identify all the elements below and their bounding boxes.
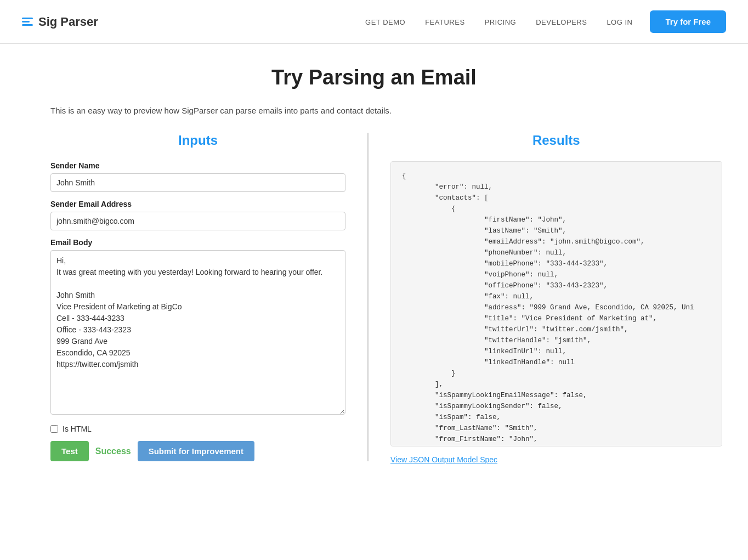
main-content: Try Parsing an Email This is an easy way… <box>29 44 719 497</box>
logo-parser: Parser <box>60 15 98 29</box>
sender-email-input[interactable] <box>50 212 345 230</box>
nav-developers[interactable]: DEVELOPERS <box>536 18 587 26</box>
email-body-label: Email Body <box>50 238 345 247</box>
sender-name-input[interactable] <box>50 173 345 192</box>
columns: Inputs Sender Name Sender Email Address … <box>50 133 698 464</box>
is-html-checkbox[interactable] <box>50 425 58 433</box>
sender-email-group: Sender Email Address <box>50 200 345 230</box>
nav-login[interactable]: LOG IN <box>607 18 632 26</box>
email-body-group: Email Body Hi, It was great meeting with… <box>50 238 345 417</box>
navbar: SigParser GET DEMO FEATURES PRICING DEVE… <box>0 0 748 44</box>
status-badge: Success <box>95 446 131 456</box>
nav-pricing[interactable]: PRICING <box>485 18 517 26</box>
sender-email-label: Sender Email Address <box>50 200 345 208</box>
logo[interactable]: SigParser <box>22 15 98 29</box>
sender-name-label: Sender Name <box>50 161 345 170</box>
logo-sig: Sig <box>38 15 57 29</box>
nav-get-demo[interactable]: GET DEMO <box>365 18 405 26</box>
logo-icon <box>22 18 33 26</box>
sender-name-group: Sender Name <box>50 161 345 192</box>
is-html-row: Is HTML <box>50 425 345 433</box>
results-json-box[interactable]: { "error": null, "contacts": [ { "firstN… <box>390 161 722 446</box>
action-row: Test Success Submit for Improvement <box>50 441 345 461</box>
nav-links: GET DEMO FEATURES PRICING DEVELOPERS LOG… <box>365 17 632 27</box>
inputs-title: Inputs <box>50 133 345 148</box>
nav-features[interactable]: FEATURES <box>425 18 464 26</box>
page-title: Try Parsing an Email <box>50 66 698 89</box>
is-html-label: Is HTML <box>63 425 92 433</box>
email-body-textarea[interactable]: Hi, It was great meeting with you yester… <box>50 250 345 415</box>
test-button[interactable]: Test <box>50 441 89 461</box>
results-column: Results { "error": null, "contacts": [ {… <box>369 133 722 464</box>
try-free-button[interactable]: Try for Free <box>650 10 726 33</box>
results-title: Results <box>390 133 722 148</box>
inputs-column: Inputs Sender Name Sender Email Address … <box>50 133 369 461</box>
view-spec-link[interactable]: View JSON Output Model Spec <box>390 455 722 464</box>
page-description: This is an easy way to preview how SigPa… <box>50 106 698 115</box>
submit-improvement-button[interactable]: Submit for Improvement <box>138 441 254 461</box>
